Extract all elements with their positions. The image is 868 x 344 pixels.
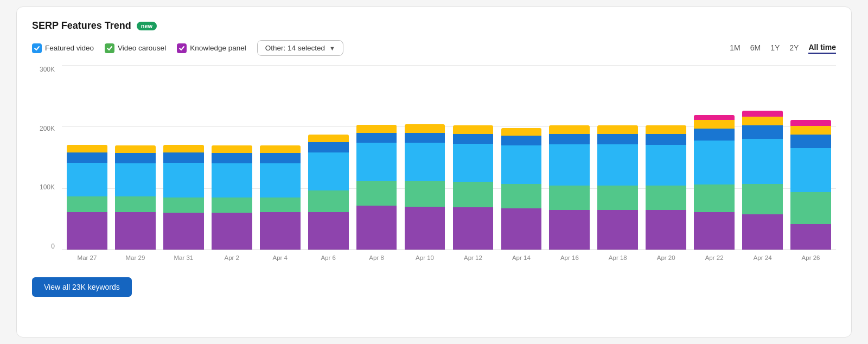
bar-group (450, 66, 496, 250)
bar-seg-purple (453, 207, 494, 250)
bar-seg-teal (356, 143, 397, 181)
x-axis-label: Apr 2 (209, 254, 255, 261)
bar-seg-teal (646, 145, 686, 186)
bar-seg-purple (694, 212, 735, 250)
chart-area: 0100K200K300K Mar 27Mar 29Mar 31Apr 2Apr… (32, 66, 836, 272)
bar-group (305, 66, 352, 250)
bar-seg-teal (212, 163, 252, 197)
bar-seg-teal (501, 145, 542, 183)
bar-stack (646, 125, 686, 250)
bar-stack (453, 125, 494, 250)
bar-stack (260, 145, 301, 250)
time-filter-1y[interactable]: 1Y (770, 43, 780, 53)
x-axis: Mar 27Mar 29Mar 31Apr 2Apr 4Apr 6Apr 8Ap… (62, 251, 836, 272)
bar-group (595, 66, 641, 250)
x-axis-label: Apr 18 (595, 254, 641, 261)
legend-item-video-carousel[interactable]: Video carousel (105, 43, 166, 53)
bar-seg-green (453, 182, 494, 207)
x-axis-label: Apr 14 (498, 254, 544, 261)
bar-seg-teal (742, 139, 783, 184)
bar-group (161, 66, 207, 250)
bar-stack (501, 128, 542, 250)
bar-seg-teal (597, 144, 638, 186)
bar-seg-purple (356, 206, 397, 250)
time-filters: 1M6M1Y2YAll time (730, 43, 836, 54)
bar-seg-teal (260, 163, 301, 197)
bar-seg-green (260, 198, 301, 212)
bar-group (257, 66, 303, 250)
view-keywords-button[interactable]: View all 23K keywords (32, 277, 132, 297)
x-axis-label: Apr 8 (354, 254, 400, 261)
y-axis-label: 200K (32, 125, 59, 132)
bar-stack (742, 111, 783, 250)
dropdown-label: Other: 14 selected (265, 44, 325, 52)
bar-seg-pink (742, 111, 783, 117)
x-axis-label: Mar 27 (64, 254, 110, 261)
time-filter-2y[interactable]: 2Y (789, 43, 799, 53)
bar-seg-green (549, 186, 590, 210)
bar-group (354, 66, 400, 250)
bar-group (402, 66, 448, 250)
time-filter-all[interactable]: All time (808, 43, 836, 54)
bar-group (209, 66, 255, 250)
x-axis-label: Apr 24 (739, 254, 786, 261)
chart-inner (62, 66, 836, 250)
bar-seg-purple (742, 214, 783, 250)
bar-seg-yellow (356, 125, 397, 133)
legend-item-knowledge-panel[interactable]: Knowledge panel (177, 43, 246, 53)
bar-group (788, 66, 834, 250)
legend-label-featured-video: Featured video (45, 44, 94, 52)
bar-seg-purple (597, 210, 638, 250)
bar-seg-purple (501, 208, 542, 250)
bar-seg-yellow (67, 145, 107, 152)
bar-seg-blue (405, 133, 445, 143)
bar-seg-green (646, 186, 686, 210)
bar-seg-teal (694, 141, 735, 184)
bar-group (546, 66, 592, 250)
x-axis-label: Apr 12 (450, 254, 496, 261)
page-title: SERP Features Trend (32, 20, 131, 31)
other-dropdown[interactable]: Other: 14 selected ▼ (257, 40, 343, 56)
bar-seg-blue (308, 142, 349, 152)
bar-stack (694, 115, 735, 250)
legend-item-featured-video[interactable]: Featured video (32, 43, 94, 53)
x-labels-container: Mar 27Mar 29Mar 31Apr 2Apr 4Apr 6Apr 8Ap… (62, 254, 836, 261)
x-axis-label: Apr 26 (788, 254, 834, 261)
bar-seg-blue (694, 129, 735, 141)
x-axis-label: Apr 6 (305, 254, 352, 261)
bar-seg-purple (115, 212, 156, 250)
bar-seg-yellow (405, 124, 445, 133)
x-axis-label: Apr 4 (257, 254, 303, 261)
bar-seg-pink (790, 120, 831, 126)
bar-seg-yellow (501, 128, 542, 136)
bar-seg-teal (308, 152, 349, 190)
time-filter-1m[interactable]: 1M (730, 43, 740, 53)
time-filter-6m[interactable]: 6M (750, 43, 761, 53)
bar-seg-yellow (742, 117, 783, 125)
bar-seg-blue (163, 152, 204, 163)
controls-row: Featured video Video carousel Knowledge … (32, 40, 836, 56)
bar-group (643, 66, 689, 250)
bar-seg-green (356, 181, 397, 206)
bar-stack (356, 125, 397, 250)
bar-seg-green (115, 196, 156, 212)
bar-stack (67, 145, 107, 250)
bar-seg-blue (549, 134, 590, 144)
bar-stack (549, 125, 590, 250)
bar-seg-yellow (597, 125, 638, 134)
y-axis: 0100K200K300K (32, 66, 59, 250)
bar-seg-blue (212, 153, 252, 163)
bar-seg-yellow (308, 135, 349, 142)
bar-group (64, 66, 110, 250)
x-axis-label: Apr 10 (402, 254, 448, 261)
bar-seg-yellow (549, 125, 590, 134)
x-axis-label: Apr 16 (546, 254, 592, 261)
bar-group (112, 66, 158, 250)
legend-check-video-carousel (105, 43, 114, 53)
bar-seg-teal (790, 148, 831, 193)
bar-seg-blue (646, 134, 686, 145)
y-axis-label: 300K (32, 66, 59, 73)
bar-seg-green (163, 198, 204, 213)
header-row: SERP Features Trend new (32, 20, 836, 31)
bar-seg-yellow (260, 145, 301, 153)
